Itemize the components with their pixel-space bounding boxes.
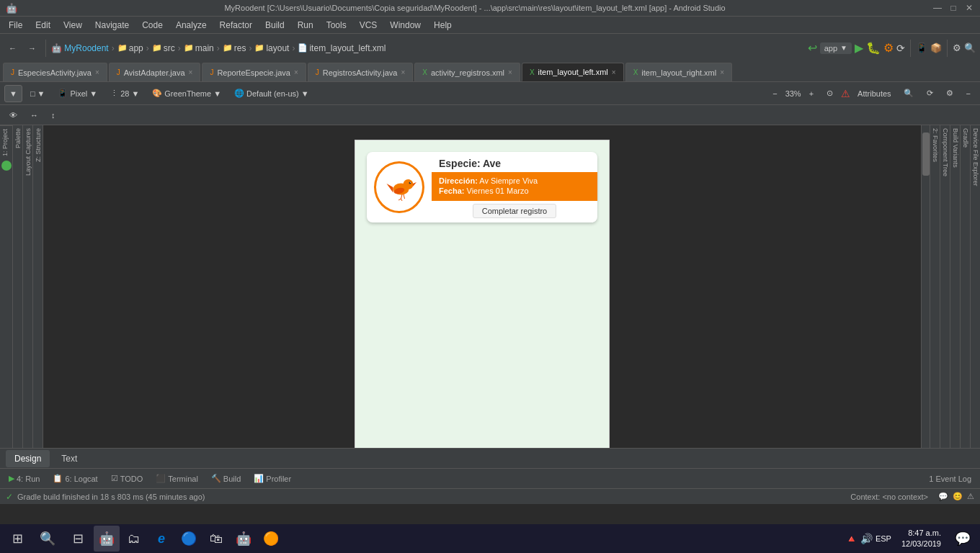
zoom-in-button[interactable]: + [804, 85, 819, 102]
avd-button[interactable]: 📱 [916, 42, 927, 53]
logcat-tool[interactable]: 📋 6: Logcat [47, 471, 103, 487]
run-config-arrow[interactable]: ↩ [808, 41, 817, 55]
menu-edit[interactable]: Edit [30, 19, 56, 32]
profiler-tool[interactable]: 📊 Profiler [248, 471, 297, 487]
vertical-scrollbar[interactable] [921, 125, 930, 448]
tab-close-especies[interactable]: × [95, 68, 99, 76]
forward-button[interactable]: → [24, 38, 40, 58]
tab-close-avist[interactable]: × [189, 68, 193, 76]
locale-selector[interactable]: 🌐 Default (en-us) ▼ [229, 85, 314, 102]
breadcrumb-layout[interactable]: 📁 layout [254, 43, 289, 53]
notification-center[interactable]: 💬 [948, 526, 977, 552]
breadcrumb-src[interactable]: 📁 src [152, 43, 175, 53]
orient-button[interactable]: □ ▼ [25, 85, 50, 102]
terminal-tool[interactable]: ⬛ Terminal [150, 471, 204, 487]
breadcrumb-res[interactable]: 📁 res [223, 43, 246, 53]
menu-navigate[interactable]: Navigate [89, 19, 135, 32]
back-button[interactable]: ← [4, 38, 21, 58]
taskbar-studio[interactable]: 🤖 [94, 526, 120, 552]
tab-text[interactable]: Text [53, 450, 86, 467]
design-settings-button[interactable]: ⚙ [941, 85, 958, 102]
menu-code[interactable]: Code [136, 19, 169, 32]
run-tool[interactable]: ▶ 4: Run [3, 471, 45, 487]
breadcrumb-app[interactable]: 📁 app [117, 43, 143, 53]
search-button[interactable]: 🔍 [899, 85, 919, 102]
gradle-label[interactable]: Gradle [961, 125, 970, 150]
taskbar-clock[interactable]: 8:47 a.m. 12/03/2019 [896, 528, 947, 550]
layout-captures-label[interactable]: Layout Captures [24, 125, 32, 179]
refresh-button[interactable]: ⟳ [922, 85, 938, 102]
tab-close-registros[interactable]: × [401, 68, 405, 76]
breadcrumb-main[interactable]: 📁 main [184, 43, 214, 53]
debug-button[interactable]: 🐛 [866, 41, 881, 55]
build-button[interactable]: ⚙ [883, 41, 894, 55]
device-file-label[interactable]: Device File Explorer [971, 125, 980, 189]
complete-button[interactable]: Completar registro [473, 204, 556, 218]
api-selector[interactable]: ⋮ 28 ▼ [105, 85, 144, 102]
tab-close-reporte[interactable]: × [294, 68, 298, 76]
build-tool[interactable]: 🔨 Build [205, 471, 246, 487]
todo-tool[interactable]: ☑ TODO [105, 471, 149, 487]
favorites-label[interactable]: 2: Favorites [931, 125, 940, 165]
z-structure-label[interactable]: Z: Structure [34, 125, 43, 165]
scrollbar-thumb[interactable] [922, 132, 930, 176]
design-view-button[interactable]: ▼ [4, 85, 22, 102]
menu-run[interactable]: Run [292, 19, 319, 32]
vert-guide[interactable]: ↕ [46, 107, 61, 124]
maximize-button[interactable]: □ [948, 3, 958, 13]
sync-button[interactable]: ⟳ [896, 42, 905, 54]
menu-view[interactable]: View [58, 19, 88, 32]
zoom-fit-button[interactable]: ⊙ [821, 85, 838, 102]
minimize-button[interactable]: — [932, 3, 943, 13]
sdk-button[interactable]: 📦 [930, 42, 942, 53]
menu-window[interactable]: Window [384, 19, 427, 32]
tab-activity-registros-xml[interactable]: X activity_registros.xml × [414, 63, 520, 81]
eye-toggle[interactable]: 👁 [4, 107, 22, 124]
settings-button[interactable]: ⚙ [953, 42, 961, 53]
tab-item-layout-right[interactable]: X item_layout_right.xml × [625, 63, 732, 81]
device-selector[interactable]: 📱 Pixel ▼ [53, 85, 102, 102]
taskbar-extra[interactable]: 🟠 [258, 526, 284, 552]
sys-language[interactable]: ESP [876, 534, 891, 543]
breadcrumb-myroodent[interactable]: 🤖 MyRoodent [51, 43, 109, 53]
run-button[interactable]: ▶ [855, 41, 863, 55]
menu-vcs[interactable]: VCS [354, 19, 383, 32]
tab-item-layout-left[interactable]: X item_layout_left.xml × [522, 63, 624, 81]
search-button-taskbar[interactable]: 🔍 [33, 526, 62, 552]
task-view-button[interactable]: ⊟ [63, 526, 92, 552]
collapse-button[interactable]: − [961, 85, 976, 102]
theme-selector[interactable]: 🎨 GreenTheme ▼ [147, 85, 226, 102]
tab-reporte-especie[interactable]: J ReporteEspecie.java × [202, 63, 306, 81]
menu-refactor[interactable]: Refactor [214, 19, 258, 32]
tab-especies-activity[interactable]: J EspeciesActivity.java × [3, 63, 107, 81]
breadcrumb-file[interactable]: 📄 item_layout_left.xml [298, 43, 386, 53]
start-button[interactable]: ⊞ [3, 526, 32, 552]
search-everywhere[interactable]: 🔍 [964, 42, 976, 53]
tab-close-activity-registros[interactable]: × [508, 68, 512, 76]
taskbar-explorer[interactable]: 🗂 [121, 526, 147, 552]
error-indicator[interactable]: ⚠ [841, 88, 850, 99]
zoom-out-button[interactable]: − [767, 85, 782, 102]
run-config-selector[interactable]: app ▼ [820, 42, 852, 54]
taskbar-android[interactable]: 🤖 [231, 526, 257, 552]
tab-close-item-layout-left[interactable]: × [612, 68, 616, 76]
status-icon1[interactable]: 💬 [938, 492, 948, 501]
menu-analyze[interactable]: Analyze [170, 19, 213, 32]
menu-file[interactable]: File [3, 19, 28, 32]
status-icon2[interactable]: 😊 [953, 492, 963, 501]
event-log-tool[interactable]: 1 Event Log [923, 471, 977, 487]
build-variants-label[interactable]: Build Variants [951, 125, 960, 171]
horiz-guide[interactable]: ↔ [25, 107, 43, 124]
sidebar-project[interactable]: 1: Project [0, 125, 13, 159]
tab-registros-activity[interactable]: J RegistrosActivity.java × [308, 63, 414, 81]
palette-label[interactable]: Palette [14, 125, 22, 151]
menu-build[interactable]: Build [259, 19, 290, 32]
canvas-area[interactable]: Especie: Ave Dirección: Av Siempre Viva … [43, 125, 921, 448]
tab-design[interactable]: Design [6, 450, 50, 467]
component-tree-label[interactable]: Component Tree [941, 125, 950, 179]
taskbar-chrome[interactable]: 🔵 [176, 526, 202, 552]
taskbar-edge[interactable]: e [148, 526, 174, 552]
taskbar-store[interactable]: 🛍 [203, 526, 229, 552]
sys-network[interactable]: 🔺 [845, 533, 858, 544]
close-button[interactable]: ✕ [964, 3, 974, 13]
